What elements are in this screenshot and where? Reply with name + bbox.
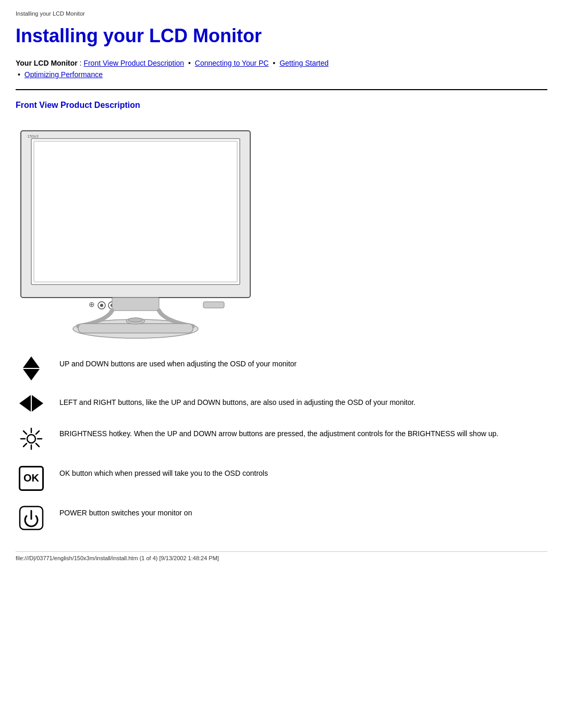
leftright-arrows-icon — [16, 395, 47, 412]
svg-point-19 — [128, 318, 143, 322]
nav-label: Your LCD Monitor — [16, 59, 78, 67]
brightness-description: BRIGHTNESS hotkey. When the UP and DOWN … — [59, 426, 547, 439]
svg-rect-2 — [34, 141, 237, 282]
nav-bullet-2: • — [273, 59, 275, 67]
svg-point-6 — [100, 304, 103, 307]
page-title: Installing your LCD Monitor — [16, 25, 547, 47]
status-bar: file:///D|/03771/english/150x3m/install/… — [16, 551, 547, 561]
arrow-right-icon — [32, 395, 43, 412]
power-description: POWER button switches your monitor on — [59, 505, 547, 519]
nav-link-getting-started[interactable]: Getting Started — [279, 59, 328, 67]
button-row-leftright: LEFT and RIGHT buttons, like the UP and … — [16, 395, 547, 412]
ok-icon: OK — [16, 466, 47, 491]
svg-point-20 — [27, 435, 35, 443]
updown-arrows-icon — [16, 356, 47, 380]
leftright-description: LEFT and RIGHT buttons, like the UP and … — [59, 395, 547, 408]
arrow-left-icon — [19, 395, 31, 412]
button-row-ok: OK OK button which when pressed will tak… — [16, 466, 547, 491]
button-descriptions: UP and DOWN buttons are used when adjust… — [16, 356, 547, 530]
nav-link-optimizing[interactable]: Optimizing Performance — [25, 70, 103, 79]
svg-rect-15 — [112, 298, 159, 311]
svg-line-27 — [36, 431, 39, 434]
ok-button-label: OK — [19, 466, 44, 491]
arrow-up-icon — [23, 356, 40, 368]
monitor-illustration: PHILIPS 150x3 ⊕ — [16, 120, 255, 341]
nav-link-front-view[interactable]: Front View Product Description — [83, 59, 184, 67]
browser-tab-label: Installing your LCD Monitor — [16, 10, 547, 17]
arrow-down-icon — [23, 369, 40, 380]
svg-text:⊕: ⊕ — [89, 300, 95, 309]
monitor-svg: PHILIPS 150x3 ⊕ — [16, 120, 255, 339]
button-row-updown: UP and DOWN buttons are used when adjust… — [16, 356, 547, 380]
svg-line-25 — [23, 431, 27, 434]
power-icon — [16, 505, 47, 530]
ok-description: OK button which when pressed will take y… — [59, 466, 547, 479]
svg-rect-13 — [203, 302, 224, 308]
svg-line-26 — [36, 443, 39, 447]
svg-text:150x3: 150x3 — [27, 134, 39, 139]
nav-link-connecting[interactable]: Connecting to Your PC — [195, 59, 269, 67]
button-row-power: POWER button switches your monitor on — [16, 505, 547, 530]
nav-bullet-1: • — [188, 59, 191, 67]
svg-rect-17 — [78, 324, 193, 333]
front-view-section: Front View Product Description PHILIPS 1… — [16, 101, 547, 530]
button-row-brightness: BRIGHTNESS hotkey. When the UP and DOWN … — [16, 426, 547, 451]
svg-line-28 — [23, 443, 27, 447]
brightness-icon — [16, 426, 47, 451]
nav-bullet-3: • — [18, 70, 20, 79]
updown-description: UP and DOWN buttons are used when adjust… — [59, 356, 547, 369]
nav-section: Your LCD Monitor : Front View Product De… — [16, 57, 547, 81]
front-view-heading: Front View Product Description — [16, 101, 547, 110]
divider — [16, 89, 547, 90]
